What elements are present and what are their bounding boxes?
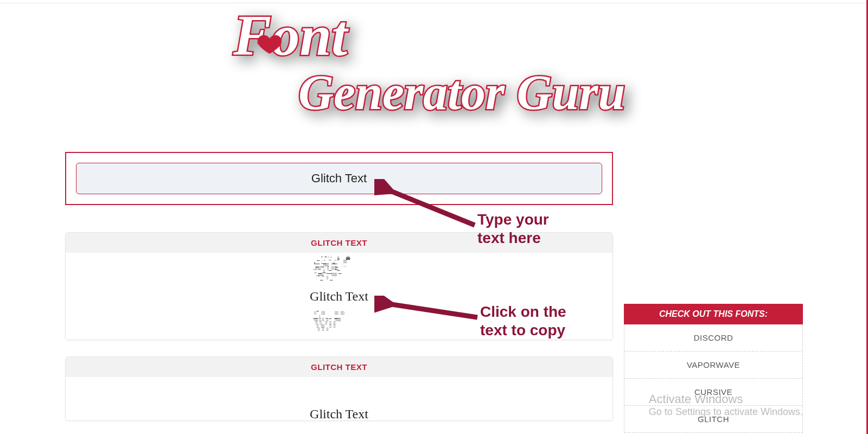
result-card-1-header: GLITCH TEXT <box>66 233 612 253</box>
sidebar-list: DISCORD VAPORWAVE CURSIVE GLITCH <box>624 324 803 433</box>
logo-line1: Font <box>233 9 349 67</box>
sidebar-header: CHECK OUT THIS FONTS: <box>624 304 803 324</box>
result-text-1[interactable]: ⎯ ͋ ͆⃐ ̂ ̊ ᷁ æ⃛ ⎯⎯ ͗⎯̊ ⃐⎯⎯͆ ᷉⃛ ᷾⃛ ̽⎯ ⎯⃐⎯… <box>310 289 368 304</box>
sidebar-item-cursive[interactable]: CURSIVE <box>624 379 802 406</box>
logo: .script{font-family:'Brush Script MT','C… <box>228 9 640 133</box>
glitch-marks-top: ⎯ ͋ ͆⃐ ̂ ̊ ᷁ æ⃛ ⎯⎯ ͗⎯̊ ⃐⎯⎯͆ ᷉⃛ ᷾⃛ ̽⎯ ⎯⃐⎯… <box>314 257 350 279</box>
input-container <box>65 152 613 205</box>
sidebar-item-glitch[interactable]: GLITCH <box>624 406 802 432</box>
glitch-marks-bottom: ⃨ ᷉ ⎯⃨ ⃨⎯ ⎯⃨ ⎯ ⃨ ⃒ ⃨ ⎯ ⎯⃨ ⃨ ⃨⎯ ⎯ ⃨ ⃒ ⃨⎯⃨… <box>312 311 344 331</box>
sidebar: CHECK OUT THIS FONTS: DISCORD VAPORWAVE … <box>624 152 803 434</box>
sidebar-item-vaporwave[interactable]: VAPORWAVE <box>624 352 802 379</box>
result-card-1-body[interactable]: ⎯ ͋ ͆⃐ ̂ ̊ ᷁ æ⃛ ⎯⎯ ͗⎯̊ ⃐⎯⎯͆ ᷉⃛ ᷾⃛ ̽⎯ ⎯⃐⎯… <box>66 253 612 340</box>
result-card-2-header: GLITCH TEXT <box>66 357 612 377</box>
result-card-2-body[interactable]: Glitch Text <box>66 377 612 420</box>
logo-line2: Generator Guru <box>298 66 626 119</box>
main-column: GLITCH TEXT ⎯ ͋ ͆⃐ ̂ ̊ ᷁ æ⃛ ⎯⎯ ͗⎯̊ ⃐⎯⎯͆ … <box>65 152 613 434</box>
text-input[interactable] <box>76 163 602 194</box>
result-card-1[interactable]: GLITCH TEXT ⎯ ͋ ͆⃐ ̂ ̊ ᷁ æ⃛ ⎯⎯ ͗⎯̊ ⃐⎯⎯͆ … <box>65 232 613 340</box>
logo-container: .script{font-family:'Brush Script MT','C… <box>0 3 868 152</box>
result-text-2[interactable]: Glitch Text <box>310 407 368 422</box>
result-card-2[interactable]: GLITCH TEXT Glitch Text <box>65 356 613 421</box>
sidebar-item-discord[interactable]: DISCORD <box>624 324 802 352</box>
